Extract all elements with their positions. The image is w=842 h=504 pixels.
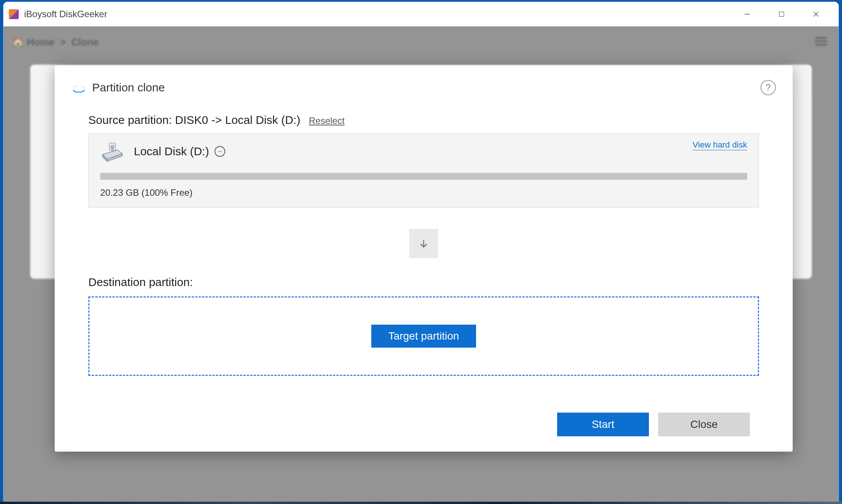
view-hard-disk-link[interactable]: View hard disk [692, 140, 747, 150]
minimize-icon [743, 10, 751, 18]
titlebar: iBoysoft DiskGeeker [3, 2, 839, 26]
svg-rect-1 [779, 12, 784, 16]
breadcrumb-current: Clone [72, 36, 99, 48]
target-partition-button[interactable]: Target partition [371, 325, 476, 348]
dialog-body: Source partition: DISK0 -> Local Disk (D… [72, 114, 776, 436]
usage-bar [100, 173, 747, 180]
maximize-icon [778, 11, 785, 18]
app-title: iBoysoft DiskGeeker [24, 9, 107, 20]
svg-rect-6 [112, 147, 113, 150]
help-button[interactable]: ? [761, 80, 776, 95]
source-drive-name: Local Disk (D:) → [134, 145, 225, 158]
dialog-actions: Start Close [88, 413, 759, 436]
hard-drive-icon [100, 141, 125, 162]
source-label-prefix: Source partition: [88, 114, 175, 126]
disk-icon [72, 82, 86, 93]
breadcrumb-home: Home [27, 36, 54, 48]
destination-label: Destination partition: [88, 276, 759, 289]
window-controls [730, 5, 833, 23]
usage-text: 20.23 GB (100% Free) [100, 187, 747, 198]
app-window: iBoysoft DiskGeeker 🏠 Home > Clone [3, 2, 839, 504]
source-drive-row: Local Disk (D:) → [100, 141, 747, 162]
close-window-button[interactable] [799, 5, 833, 23]
source-partition-label: Source partition: DISK0 -> Local Disk (D… [88, 114, 759, 127]
dialog-title: Partition clone [92, 81, 165, 94]
close-button[interactable]: Close [658, 413, 750, 436]
source-partition-box: View hard disk [88, 133, 759, 208]
minimize-button[interactable] [730, 5, 764, 23]
app-icon [9, 9, 19, 19]
drive-name-text: Local Disk (D:) [134, 145, 209, 158]
help-icon: ? [766, 82, 770, 93]
source-path: DISK0 -> Local Disk (D:) [175, 114, 301, 126]
partition-clone-dialog: Partition clone ? Source partition: DISK… [55, 65, 793, 452]
menu-icon [815, 37, 827, 46]
content-dim-layer: 🏠 Home > Clone Partition clone ? [3, 26, 839, 504]
drive-arrow-icon[interactable]: → [215, 146, 225, 157]
down-arrow-icon [409, 229, 438, 258]
dialog-header: Partition clone ? [72, 80, 776, 95]
breadcrumb-sep: > [60, 36, 66, 48]
maximize-button[interactable] [764, 5, 799, 23]
taskbar [0, 502, 842, 504]
start-button[interactable]: Start [557, 413, 649, 436]
breadcrumb: 🏠 Home > Clone [12, 36, 99, 48]
svg-point-4 [73, 86, 85, 92]
close-icon [812, 10, 820, 18]
destination-dropzone[interactable]: Target partition [88, 296, 759, 376]
reselect-link[interactable]: Reselect [309, 115, 345, 126]
